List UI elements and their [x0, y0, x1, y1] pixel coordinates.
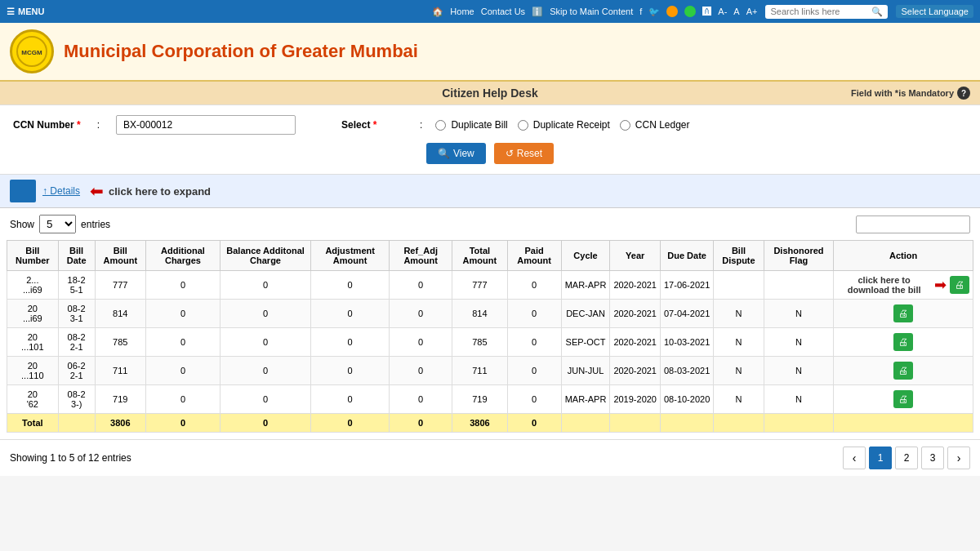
table-cell: 20 '62 [7, 385, 59, 414]
download-button[interactable]: 🖨 [893, 333, 913, 351]
table-cell: 777 [95, 271, 145, 300]
table-cell: 0 [311, 357, 390, 385]
radio-duplicate-receipt[interactable]: Duplicate Receipt [518, 119, 610, 131]
table-row: 20 ...i6908-2 3-181400008140DEC-JAN2020-… [7, 300, 973, 328]
search-box[interactable]: 🔍 [765, 5, 888, 19]
radio-duplicate-bill-input[interactable] [435, 120, 446, 131]
table-cell: 0 [390, 328, 452, 357]
font-size-large[interactable]: A+ [746, 7, 758, 16]
ccn-label: CCN Number * [13, 119, 81, 131]
table-wrapper: Bill Number Bill Date Bill Amount Additi… [0, 240, 980, 439]
total-blank-2 [561, 414, 610, 433]
twitter-icon[interactable]: 🐦 [648, 7, 660, 17]
download-note-area: click here to download the bill➡🖨 [837, 275, 969, 295]
page-button-2[interactable]: 2 [895, 447, 918, 469]
main-table: Bill Number Bill Date Bill Amount Additi… [7, 240, 973, 433]
form-colon-1: : [97, 119, 100, 131]
download-button[interactable]: 🖨 [893, 304, 913, 322]
facebook-icon[interactable]: f [639, 7, 642, 16]
th-total-amount: Total Amount [452, 241, 507, 271]
table-cell: 0 [220, 300, 310, 328]
radio-duplicate-bill[interactable]: Duplicate Bill [435, 119, 507, 131]
radio-ccn-ledger[interactable]: CCN Ledger [620, 119, 690, 131]
table-cell: 0 [145, 300, 220, 328]
show-label: Show [10, 219, 34, 230]
radio-ccn-ledger-input[interactable] [620, 120, 630, 131]
total-paid: 0 [507, 414, 561, 433]
table-cell: 814 [95, 300, 145, 328]
reset-button[interactable]: ↺ Reset [494, 143, 554, 164]
table-cell: JUN-JUL [561, 357, 610, 385]
action-cell: 🖨 [834, 300, 973, 328]
language-button[interactable]: Select Language [896, 5, 973, 18]
mandatory-text: Field with *is Mandatory [851, 88, 954, 98]
table-cell: 0 [220, 328, 310, 357]
table-cell: N [764, 385, 834, 414]
font-size-normal[interactable]: A [733, 7, 739, 16]
th-bill-dispute: Bill Dispute [714, 241, 764, 271]
reset-icon: ↺ [506, 148, 514, 159]
download-button[interactable]: 🖨 [950, 276, 969, 294]
total-bill-amount: 3806 [95, 414, 145, 433]
th-adjustment-amount: Adjustment Amount [311, 241, 390, 271]
table-cell: N [714, 385, 764, 414]
view-button[interactable]: 🔍 View [426, 143, 486, 164]
top-nav: ☰ MENU 🏠 Home Contact Us ℹ️ Skip to Main… [0, 0, 980, 23]
action-cell: click here to download the bill➡🖨 [834, 271, 973, 300]
details-link[interactable]: ↑ Details [42, 185, 80, 197]
download-button[interactable]: 🖨 [893, 362, 913, 380]
help-desk-banner: Citizen Help Desk Field with *is Mandato… [0, 82, 980, 105]
menu-button[interactable]: ☰ MENU [7, 7, 44, 17]
skip-link[interactable]: Skip to Main Content [550, 7, 633, 16]
table-cell: 0 [390, 300, 452, 328]
table-cell: 18-2 5-1 [58, 271, 95, 300]
table-cell: N [764, 328, 834, 357]
search-input[interactable] [770, 7, 868, 16]
table-cell [714, 271, 764, 300]
expand-arrow-area: ⬅ click here to expand [90, 181, 211, 201]
next-page-button[interactable]: › [947, 447, 970, 469]
page-button-1[interactable]: 1 [869, 447, 892, 469]
table-row: 20 ...11006-2 2-171100007110JUN-JUL2020-… [7, 357, 973, 385]
total-blank-4 [660, 414, 713, 433]
prev-page-button[interactable]: ‹ [843, 447, 866, 469]
entries-select[interactable]: Show 5 10 25 50 entries [10, 215, 110, 233]
total-blank-1 [58, 414, 95, 433]
font-size-small[interactable]: A- [718, 7, 727, 16]
th-balance-charge: Balance Additonal Charge [220, 241, 310, 271]
page-button-3[interactable]: 3 [921, 447, 944, 469]
download-button[interactable]: 🖨 [893, 390, 913, 408]
entries-dropdown[interactable]: 5 10 25 50 [39, 215, 76, 233]
table-cell: 785 [95, 328, 145, 357]
table-search-input[interactable] [856, 216, 970, 233]
action-cell: 🖨 [834, 328, 973, 357]
contact-link[interactable]: Contact Us [481, 7, 525, 16]
total-balance: 0 [220, 414, 310, 433]
table-cell: 0 [145, 271, 220, 300]
table-cell: 711 [95, 357, 145, 385]
home-link[interactable]: Home [450, 7, 474, 16]
table-cell: MAR-APR [561, 271, 610, 300]
mandatory-note: Field with *is Mandatory ? [851, 87, 970, 100]
table-cell: 08-2 3-) [58, 385, 95, 414]
button-row: 🔍 View ↺ Reset [13, 143, 967, 164]
table-cell: 2... ...i69 [7, 271, 59, 300]
radio-duplicate-receipt-label: Duplicate Receipt [533, 119, 610, 131]
mandatory-info-button[interactable]: ? [957, 87, 970, 100]
table-cell: N [714, 328, 764, 357]
table-cell: 0 [220, 357, 310, 385]
table-cell: N [714, 357, 764, 385]
table-search[interactable] [856, 216, 970, 233]
table-cell: 08-2 3-1 [58, 300, 95, 328]
menu-label: MENU [18, 7, 44, 16]
ccn-input[interactable] [116, 115, 296, 135]
table-cell: 0 [507, 357, 561, 385]
th-additional-charges: Additional Charges [145, 241, 220, 271]
radio-duplicate-receipt-input[interactable] [518, 120, 528, 131]
table-cell: 20 ...110 [7, 357, 59, 385]
table-cell: 08-10-2020 [660, 385, 713, 414]
help-desk-title: Citizen Help Desk [442, 87, 537, 100]
total-blank-5 [714, 414, 764, 433]
th-cycle: Cycle [561, 241, 610, 271]
select-group: Select * : Duplicate Bill Duplicate Rece… [341, 119, 689, 131]
